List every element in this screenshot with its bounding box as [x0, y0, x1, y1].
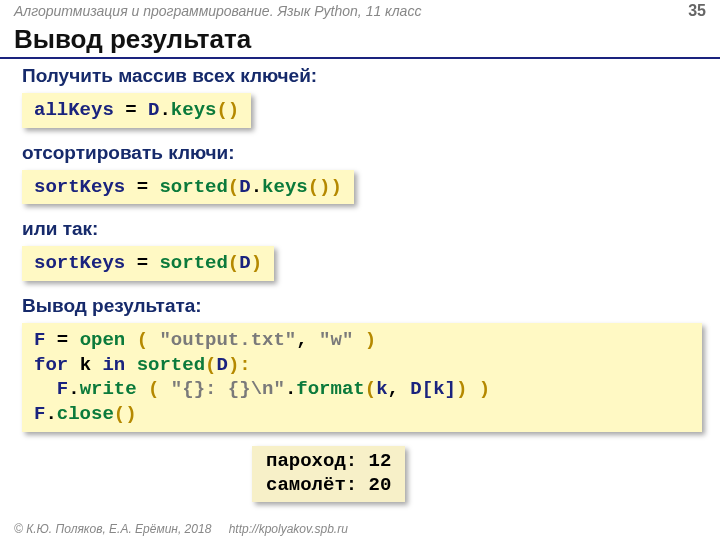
sample-output-box: пароход: 12 самолёт: 20	[252, 446, 405, 502]
tok: =	[137, 252, 148, 274]
tok: (	[365, 378, 376, 400]
tok: (	[228, 252, 239, 274]
tok: sortKeys	[34, 176, 125, 198]
tok: keys	[262, 176, 308, 198]
tok: open	[80, 329, 126, 351]
section-get-keys: Получить массив всех ключей:	[22, 65, 702, 87]
tok: ):	[228, 354, 251, 376]
tok: =	[125, 99, 136, 121]
tok: "output.txt"	[159, 329, 296, 351]
tok: write	[80, 378, 137, 400]
tok: ()	[216, 99, 239, 121]
tok: =	[57, 329, 68, 351]
output-line: самолёт: 20	[266, 474, 391, 496]
tok: .	[159, 99, 170, 121]
section-or: или так:	[22, 218, 702, 240]
tok: (	[148, 378, 159, 400]
tok: keys	[171, 99, 217, 121]
course-title: Алгоритмизация и программирование. Язык …	[14, 3, 421, 19]
tok: F	[34, 403, 45, 425]
tok: )	[251, 252, 262, 274]
output-line: пароход: 12	[266, 450, 391, 472]
tok: .	[45, 403, 56, 425]
tok: .	[251, 176, 262, 198]
tok: sorted	[159, 176, 227, 198]
tok: (	[205, 354, 216, 376]
tok: k	[80, 354, 91, 376]
tok: sorted	[137, 354, 205, 376]
tok: close	[57, 403, 114, 425]
copyright: © К.Ю. Поляков, Е.А. Ерёмин, 2018	[14, 522, 211, 536]
tok: (	[137, 329, 148, 351]
section-sort-keys: отсортировать ключи:	[22, 142, 702, 164]
tok: sorted	[159, 252, 227, 274]
tok: D	[216, 354, 227, 376]
tok: D	[239, 176, 250, 198]
tok: for	[34, 354, 68, 376]
page-number: 35	[688, 2, 706, 20]
tok: (	[228, 176, 239, 198]
tok: ()	[114, 403, 137, 425]
tok: in	[102, 354, 125, 376]
tok: =	[137, 176, 148, 198]
slide-header: Алгоритмизация и программирование. Язык …	[0, 0, 720, 20]
tok: D[k]	[410, 378, 456, 400]
tok: D	[148, 99, 159, 121]
tok: )	[479, 378, 490, 400]
tok: .	[285, 378, 296, 400]
code-allkeys: allKeys = D.keys()	[22, 93, 251, 128]
tok: allKeys	[34, 99, 114, 121]
section-output: Вывод результата:	[22, 295, 702, 317]
tok: "{}: {}\n"	[171, 378, 285, 400]
code-sortkeys-short: sortKeys = sorted(D)	[22, 246, 274, 281]
tok: F	[34, 378, 68, 400]
tok: D	[239, 252, 250, 274]
tok: ,	[296, 329, 307, 351]
tok: k	[376, 378, 387, 400]
code-sortkeys: sortKeys = sorted(D.keys())	[22, 170, 354, 205]
tok: )	[456, 378, 467, 400]
tok: ()	[308, 176, 331, 198]
code-output-file: F = open ( "output.txt", "w" ) for k in …	[22, 323, 702, 432]
tok: ,	[388, 378, 399, 400]
slide-content: Получить массив всех ключей: allKeys = D…	[0, 65, 720, 432]
footer-url: http://kpolyakov.spb.ru	[229, 522, 348, 536]
tok: .	[68, 378, 79, 400]
tok: )	[331, 176, 342, 198]
tok: F	[34, 329, 45, 351]
tok: format	[296, 378, 364, 400]
tok: sortKeys	[34, 252, 125, 274]
slide-footer: © К.Ю. Поляков, Е.А. Ерёмин, 2018 http:/…	[14, 522, 348, 536]
tok: )	[365, 329, 376, 351]
tok: "w"	[319, 329, 353, 351]
slide-title: Вывод результата	[0, 20, 720, 59]
